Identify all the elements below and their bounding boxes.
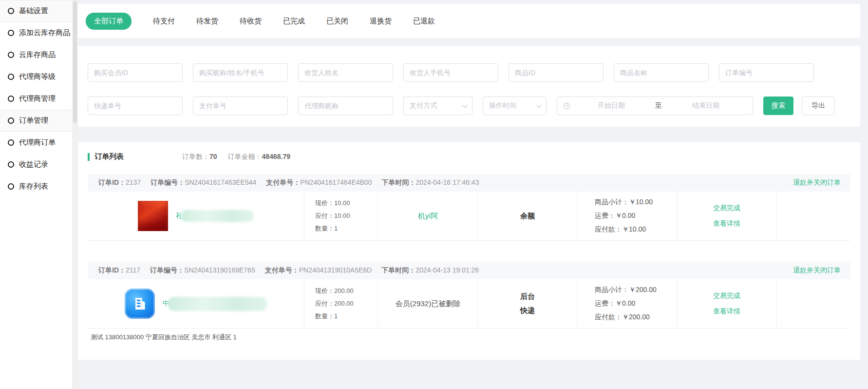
sidebar-item-label: 云库存商品	[19, 50, 56, 59]
order-meta: 订单ID：2117 订单编号：SN240413190169E765 支付单号：P…	[98, 266, 479, 275]
operation-time-select[interactable]: 操作时间	[483, 97, 547, 115]
tab-returns[interactable]: 退换货	[370, 17, 392, 26]
payment-sn: PN24041617464E4B00	[300, 178, 372, 186]
date-range-picker[interactable]: 开始日期 至 结束日期	[557, 97, 753, 115]
order-id: 2117	[126, 266, 140, 274]
title-accent-bar	[88, 153, 90, 161]
tab-completed[interactable]: 已完成	[283, 17, 305, 26]
sidebar-item-label: 订单管理	[19, 116, 48, 125]
sidebar: 基础设置 添加云库存商品 云库存商品 代理商等级 代理商管理 订单管理 代理商订…	[0, 0, 72, 389]
empty-cell	[777, 279, 850, 328]
sidebar-item-label: 收益记录	[19, 160, 48, 169]
consignee-name-input[interactable]	[298, 63, 393, 82]
buyer-nickname-input[interactable]	[193, 63, 288, 82]
order-management-page: 基础设置 添加云库存商品 云库存商品 代理商等级 代理商管理 订单管理 代理商订…	[0, 0, 868, 389]
circle-icon	[8, 52, 14, 58]
end-date-placeholder[interactable]: 结束日期	[665, 101, 747, 110]
payment-method-cell: 后台 快递	[478, 279, 577, 328]
sidebar-item-label: 代理商管理	[19, 94, 56, 103]
price-cell: 现价：200.00 应付：200.00 数量：1	[304, 279, 378, 328]
order-sn: SN240413190169E765	[184, 266, 255, 274]
buyer-nickname: 机yi阿	[418, 212, 438, 221]
order-list-stats: 订单数：70 订单金额：48468.79	[182, 153, 290, 161]
search-button[interactable]: 搜索	[763, 97, 793, 115]
product-image	[125, 289, 155, 319]
payment-method-select[interactable]: 支付方式	[403, 97, 472, 115]
consignee-phone-input[interactable]	[403, 63, 498, 82]
chevron-down-icon	[536, 102, 542, 108]
view-details-link[interactable]: 查看详情	[713, 307, 740, 316]
sidebar-item-agent-management[interactable]: 代理商管理	[0, 88, 72, 110]
export-button[interactable]: 导出	[802, 97, 835, 115]
tab-closed[interactable]: 已关闭	[326, 17, 348, 26]
payment-sn: PN24041319010A5E6D	[299, 266, 372, 274]
sidebar-item-cloud-stock-products[interactable]: 云库存商品	[0, 44, 72, 66]
tab-pending-shipment[interactable]: 待发货	[196, 17, 218, 26]
status-actions-cell: 交易完成 查看详情	[677, 279, 777, 328]
tab-pending-payment[interactable]: 待支付	[153, 17, 175, 26]
trade-complete-status: 交易完成	[713, 204, 740, 213]
order-count: 订单数：70	[182, 153, 217, 161]
start-date-placeholder[interactable]: 开始日期	[570, 101, 652, 110]
buyer-deleted-label: 会员(2932)已被删除	[396, 299, 460, 309]
tab-refunded[interactable]: 已退款	[413, 17, 435, 26]
order-footer	[88, 240, 850, 248]
product-image	[138, 201, 168, 231]
sidebar-scrollbar[interactable]	[72, 0, 78, 389]
tab-pending-receipt[interactable]: 待收货	[240, 17, 262, 26]
shipping-address: 测试 13800138000 宁夏回族自治区 吴忠市 利通区 1	[88, 328, 850, 346]
tracking-number-input[interactable]	[88, 97, 183, 115]
refund-and-close-link[interactable]: 退款并关闭订单	[793, 266, 841, 275]
order-body: 礼 现价：10.00 应付：10.00 数量：1 机yi阿 余额	[88, 192, 850, 240]
refund-and-close-link[interactable]: 退款并关闭订单	[793, 178, 841, 187]
agent-nickname-input[interactable]	[298, 97, 393, 115]
circle-icon	[8, 30, 14, 36]
sidebar-item-earnings-records[interactable]: 收益记录	[0, 154, 72, 175]
sidebar-item-label: 添加云库存商品	[19, 28, 70, 38]
status-actions-cell: 交易完成 查看详情	[677, 192, 777, 240]
sidebar-item-agent-levels[interactable]: 代理商等级	[0, 66, 72, 88]
payment-method-cell: 余额	[478, 192, 577, 240]
circle-icon	[8, 183, 14, 190]
view-details-link[interactable]: 查看详情	[713, 219, 740, 228]
circle-icon	[8, 117, 14, 124]
filter-row-2: 支付方式 操作时间 开始日期 至 结束日期 搜索 导出	[88, 97, 850, 115]
tab-all-orders[interactable]: 全部订单	[86, 13, 132, 30]
sidebar-item-agent-orders[interactable]: 代理商订单	[0, 132, 72, 154]
search-filters-card: 支付方式 操作时间 开始日期 至 结束日期 搜索 导出	[78, 46, 860, 127]
sidebar-item-order-management[interactable]: 订单管理	[0, 110, 72, 132]
sidebar-item-label: 代理商等级	[19, 72, 56, 81]
sidebar-item-label: 基础设置	[19, 6, 48, 16]
buyer-member-id-input[interactable]	[88, 63, 183, 82]
product-name: 礼	[176, 210, 254, 222]
buyer-cell: 机yi阿	[378, 192, 478, 240]
product-id-input[interactable]	[509, 63, 604, 82]
sidebar-item-basic-settings[interactable]: 基础设置	[0, 0, 72, 22]
product-cell: 中	[88, 279, 304, 328]
redacted-product-name	[181, 210, 254, 222]
product-cell: 礼	[88, 192, 304, 240]
order-list-card: 订单列表 订单数：70 订单金额：48468.79 订单ID：2137 订单编号…	[78, 142, 860, 360]
order-list-title: 订单列表	[94, 152, 124, 161]
order-sn-input[interactable]	[719, 63, 814, 82]
order-status-tabs: 全部订单 待支付 待发货 待收货 已完成 已关闭 退换货 已退款	[86, 13, 435, 30]
clock-icon	[563, 102, 570, 110]
order-row-2117: 订单ID：2117 订单编号：SN240413190169E765 支付单号：P…	[88, 262, 850, 346]
order-time: 2024-04-16 17:46:43	[415, 178, 479, 186]
order-list-header: 订单列表 订单数：70 订单金额：48468.79	[88, 152, 850, 161]
trade-complete-status: 交易完成	[713, 292, 740, 300]
order-amount: 订单金额：48468.79	[228, 153, 290, 161]
circle-icon	[8, 96, 14, 102]
circle-icon	[8, 161, 14, 168]
sidebar-item-label: 库存列表	[19, 182, 48, 191]
order-header: 订单ID：2137 订单编号：SN24041617463EE544 支付单号：P…	[88, 174, 850, 192]
product-name-input[interactable]	[614, 63, 709, 82]
building-icon	[131, 295, 149, 312]
filter-row-1	[88, 63, 850, 82]
buyer-cell: 会员(2932)已被删除	[378, 279, 478, 328]
payment-sn-input[interactable]	[193, 97, 288, 115]
order-time: 2024-04-13 19:01:26	[415, 266, 479, 274]
scrollbar-thumb[interactable]	[73, 1, 77, 123]
sidebar-item-add-cloud-stock-product[interactable]: 添加云库存商品	[0, 22, 72, 44]
sidebar-item-stock-list[interactable]: 库存列表	[0, 175, 72, 197]
